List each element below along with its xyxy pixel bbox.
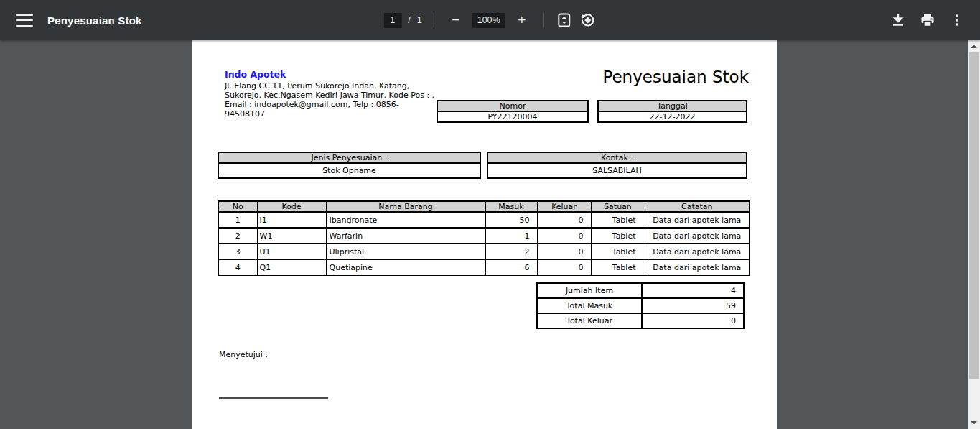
table-cell: 0 xyxy=(537,244,591,259)
column-header: Kode xyxy=(257,201,326,212)
table-cell: Q1 xyxy=(257,259,326,275)
scroll-down-icon[interactable] xyxy=(968,417,980,429)
table-cell: Data dari apotek lama xyxy=(645,259,750,275)
kontak-value: SALSABILAH xyxy=(487,163,747,178)
jenis-value: Stok Opname xyxy=(218,163,480,178)
table-cell: I1 xyxy=(257,212,326,228)
vertical-scrollbar[interactable] xyxy=(968,40,980,429)
tanggal-label: Tanggal xyxy=(598,101,747,111)
rotate-icon[interactable] xyxy=(579,11,597,29)
jenis-penyesuaian-box: Jenis Penyesuaian : Stok Opname xyxy=(218,152,481,179)
table-cell: 50 xyxy=(485,212,537,228)
column-header: Masuk xyxy=(485,201,537,212)
items-table: NoKodeNama BarangMasukKeluarSatuanCatata… xyxy=(218,200,750,276)
total-label: Jumlah Item xyxy=(537,283,642,298)
tanggal-value: 22-12-2022 xyxy=(598,111,747,122)
column-header: Keluar xyxy=(537,201,591,212)
table-cell: Tablet xyxy=(591,212,645,228)
table-row: 2W1Warfarin10TabletData dari apotek lama xyxy=(218,228,750,244)
table-cell: U1 xyxy=(257,244,326,259)
total-value: 4 xyxy=(642,283,744,298)
total-label: Total Masuk xyxy=(537,298,642,313)
totals-row: Jumlah Item4 xyxy=(537,283,744,298)
table-cell: Data dari apotek lama xyxy=(645,244,750,259)
total-value: 59 xyxy=(642,298,744,313)
column-header: Satuan xyxy=(591,201,645,212)
zoom-level[interactable]: 100% xyxy=(472,13,505,28)
kontak-label: Kontak : xyxy=(487,152,747,163)
kontak-box: Kontak : SALSABILAH xyxy=(487,152,747,179)
nomor-box: Nomor PY22120004 xyxy=(437,100,589,123)
pdf-viewer-canvas: Indo Apotek Jl. Elang CC 11, Perum Sukor… xyxy=(0,40,968,429)
table-row: 1I1Ibandronate500TabletData dari apotek … xyxy=(218,212,750,228)
table-cell: Ibandronate xyxy=(326,212,485,228)
company-address: Jl. Elang CC 11, Perum Sukorejo Indah, K… xyxy=(225,81,439,119)
table-cell: Tablet xyxy=(591,259,645,275)
report-title: Penyesuaian Stok xyxy=(602,68,749,86)
zoom-in-button[interactable]: + xyxy=(512,10,532,30)
table-cell: 6 xyxy=(485,259,537,275)
nomor-value: PY22120004 xyxy=(437,111,588,122)
toolbar-separator xyxy=(543,13,544,27)
document-page: Indo Apotek Jl. Elang CC 11, Perum Sukor… xyxy=(192,40,777,429)
pdf-toolbar: Penyesuaian Stok / 1 − 100% + xyxy=(0,0,980,40)
column-header: Nama Barang xyxy=(326,201,485,212)
items-tbody: 1I1Ibandronate500TabletData dari apotek … xyxy=(218,212,750,275)
column-header: No xyxy=(218,201,257,212)
total-value: 0 xyxy=(642,313,744,328)
tanggal-box: Tanggal 22-12-2022 xyxy=(597,100,747,123)
totals-tbody: Jumlah Item4Total Masuk59Total Keluar0 xyxy=(537,283,744,328)
table-cell: 3 xyxy=(218,244,257,259)
nomor-label: Nomor xyxy=(437,101,588,111)
items-header-row: NoKodeNama BarangMasukKeluarSatuanCatata… xyxy=(218,201,750,212)
table-cell: 0 xyxy=(537,212,591,228)
table-cell: Tablet xyxy=(591,244,645,259)
totals-table: Jumlah Item4Total Masuk59Total Keluar0 xyxy=(536,282,745,329)
table-cell: 2 xyxy=(218,228,257,244)
table-cell: W1 xyxy=(257,228,326,244)
table-cell: Quetiapine xyxy=(326,259,485,275)
total-label: Total Keluar xyxy=(537,313,642,328)
print-icon[interactable] xyxy=(919,11,936,29)
table-cell: 0 xyxy=(537,228,591,244)
table-cell: Ulipristal xyxy=(326,244,485,259)
jenis-label: Jenis Penyesuaian : xyxy=(218,152,480,163)
totals-row: Total Masuk59 xyxy=(537,298,744,313)
more-options-icon[interactable] xyxy=(948,11,966,29)
table-cell: Warfarin xyxy=(326,228,485,244)
menu-icon[interactable] xyxy=(16,14,33,27)
table-cell: Tablet xyxy=(591,228,645,244)
document-title: Penyesuaian Stok xyxy=(47,14,142,27)
page-number-input[interactable] xyxy=(383,13,401,28)
table-cell: Data dari apotek lama xyxy=(645,212,750,228)
column-header: Catatan xyxy=(645,201,750,212)
download-icon[interactable] xyxy=(890,11,907,29)
table-cell: 2 xyxy=(485,244,537,259)
scrollbar-thumb[interactable] xyxy=(969,52,979,379)
table-cell: 1 xyxy=(485,228,537,244)
approval-label: Menyetujui : xyxy=(219,350,268,359)
table-cell: 1 xyxy=(218,212,257,228)
table-row: 3U1Ulipristal20TabletData dari apotek la… xyxy=(218,244,750,259)
table-cell: 4 xyxy=(218,259,257,275)
table-cell: Data dari apotek lama xyxy=(645,228,750,244)
toolbar-separator xyxy=(434,13,434,27)
totals-row: Total Keluar0 xyxy=(537,313,744,328)
table-row: 4Q1Quetiapine60TabletData dari apotek la… xyxy=(218,259,750,275)
table-cell: 0 xyxy=(537,259,591,275)
signature-line xyxy=(219,397,328,399)
page-total: 1 xyxy=(417,15,422,25)
fit-page-icon[interactable] xyxy=(556,11,573,29)
company-name: Indo Apotek xyxy=(225,69,286,80)
scroll-up-icon[interactable] xyxy=(968,40,980,52)
page-divider: / xyxy=(408,15,410,25)
zoom-out-button[interactable]: − xyxy=(446,10,466,30)
